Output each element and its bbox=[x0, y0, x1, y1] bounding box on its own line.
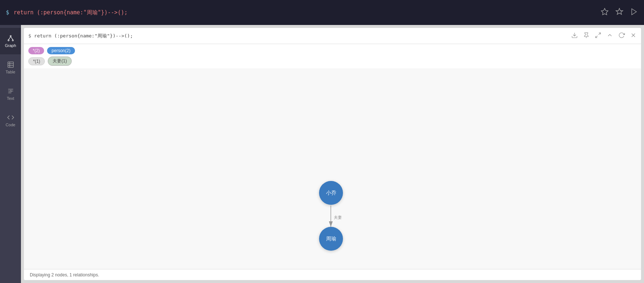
svg-text:A: A bbox=[9, 90, 12, 93]
refresh-icon[interactable] bbox=[618, 32, 625, 40]
node-xiaoqiao-label: 小乔 bbox=[326, 190, 336, 196]
top-bar: $ return (:person{name:"周瑜"})-->(); bbox=[0, 0, 644, 25]
filter-area: *(2) person(2) *(1) 夫妻(1) bbox=[24, 44, 641, 69]
header-dollar: $ bbox=[28, 33, 31, 39]
sidebar-item-text[interactable]: A Text bbox=[0, 81, 21, 107]
sidebar: Graph Table A Text Co bbox=[0, 25, 21, 283]
node-xiaoqiao[interactable]: 小乔 bbox=[319, 181, 343, 205]
status-bar: Displaying 2 nodes, 1 relationships. bbox=[24, 269, 641, 280]
header-query: return (:person{name:"周瑜"})-->(); bbox=[34, 33, 568, 39]
tag-all-1[interactable]: *(1) bbox=[28, 57, 45, 65]
pin-icon[interactable] bbox=[615, 8, 623, 17]
up-icon[interactable] bbox=[607, 32, 613, 40]
download-icon[interactable] bbox=[571, 32, 578, 40]
node-zhouyu[interactable]: 周瑜 bbox=[319, 227, 343, 251]
status-text: Displaying 2 nodes, 1 relationships. bbox=[30, 272, 99, 277]
sidebar-graph-label: Graph bbox=[5, 43, 16, 48]
svg-text:夫妻: 夫妻 bbox=[334, 215, 342, 219]
top-query: return (:person{name:"周瑜"})-->(); bbox=[14, 9, 596, 16]
content-panel: $ return (:person{name:"周瑜"})-->(); bbox=[24, 28, 641, 280]
content-header: $ return (:person{name:"周瑜"})-->(); bbox=[24, 28, 641, 44]
filter-row-2: *(1) 夫妻(1) bbox=[28, 57, 637, 66]
svg-point-4 bbox=[12, 40, 13, 41]
svg-line-18 bbox=[595, 36, 597, 37]
header-pin-icon[interactable] bbox=[583, 32, 590, 40]
svg-line-6 bbox=[11, 37, 13, 40]
play-icon[interactable] bbox=[630, 8, 638, 17]
svg-point-3 bbox=[8, 40, 9, 41]
graph-area: 夫妻 小乔 周瑜 bbox=[24, 69, 641, 269]
tag-person-2[interactable]: person(2) bbox=[47, 47, 75, 54]
close-icon[interactable] bbox=[630, 32, 637, 40]
svg-marker-0 bbox=[601, 8, 608, 15]
sidebar-table-label: Table bbox=[6, 70, 15, 74]
node-zhouyu-label: 周瑜 bbox=[326, 236, 336, 242]
svg-line-17 bbox=[599, 33, 601, 35]
header-icons bbox=[571, 32, 637, 40]
tag-all-2[interactable]: *(2) bbox=[28, 47, 44, 54]
svg-point-2 bbox=[10, 36, 11, 37]
sidebar-item-graph[interactable]: Graph bbox=[0, 28, 21, 54]
filter-row-1: *(2) person(2) bbox=[28, 47, 637, 54]
star-icon[interactable] bbox=[601, 8, 609, 17]
svg-rect-7 bbox=[8, 62, 13, 68]
main-area: Graph Table A Text Co bbox=[0, 25, 644, 283]
svg-line-5 bbox=[8, 37, 11, 40]
top-icons bbox=[601, 8, 638, 17]
tag-fuqi-1[interactable]: 夫妻(1) bbox=[48, 57, 72, 66]
sidebar-code-label: Code bbox=[6, 123, 15, 127]
sidebar-item-table[interactable]: Table bbox=[0, 54, 21, 81]
sidebar-item-code[interactable]: Code bbox=[0, 107, 21, 134]
expand-icon[interactable] bbox=[595, 32, 601, 40]
sidebar-text-label: Text bbox=[7, 96, 14, 101]
svg-marker-1 bbox=[632, 9, 637, 15]
top-dollar: $ bbox=[6, 9, 9, 16]
